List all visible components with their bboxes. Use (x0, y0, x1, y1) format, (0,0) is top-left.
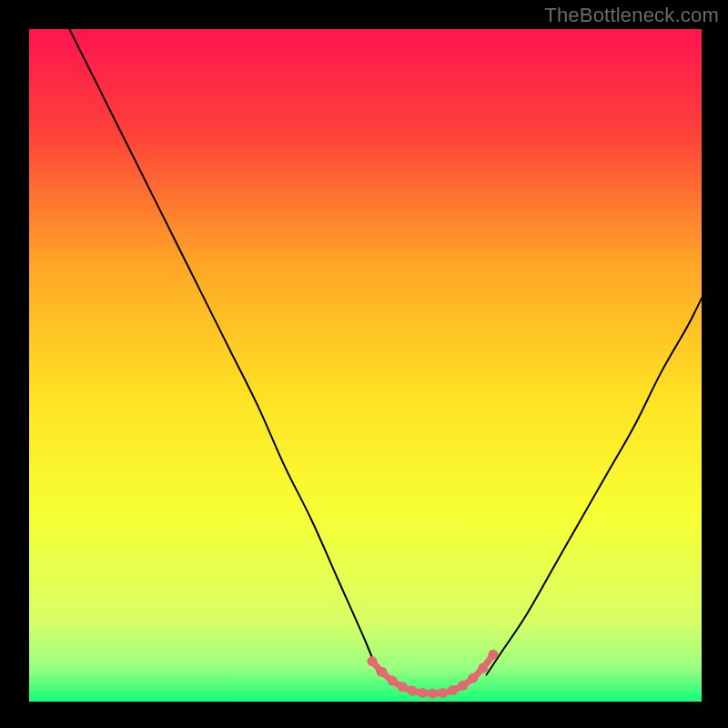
series-valley-segment-point (398, 682, 408, 692)
series-valley-segment-point (458, 681, 468, 691)
series-valley-segment-point (448, 685, 458, 695)
series-valley-segment-point (418, 688, 428, 698)
background-gradient (29, 29, 702, 702)
series-valley-segment-point (367, 656, 377, 666)
series-valley-segment-point (408, 686, 418, 696)
series-valley-segment-point (388, 676, 398, 686)
series-valley-segment-point (428, 689, 438, 699)
series-valley-segment-point (377, 667, 387, 677)
watermark-text: TheBottleneck.com (544, 4, 719, 27)
series-valley-segment-point (478, 663, 488, 673)
series-valley-segment-point (468, 673, 478, 683)
series-valley-segment-point (438, 688, 448, 698)
series-valley-segment-point (488, 650, 498, 660)
plot-area (29, 29, 702, 702)
chart-frame: TheBottleneck.com (0, 0, 728, 728)
chart-svg (29, 29, 702, 702)
